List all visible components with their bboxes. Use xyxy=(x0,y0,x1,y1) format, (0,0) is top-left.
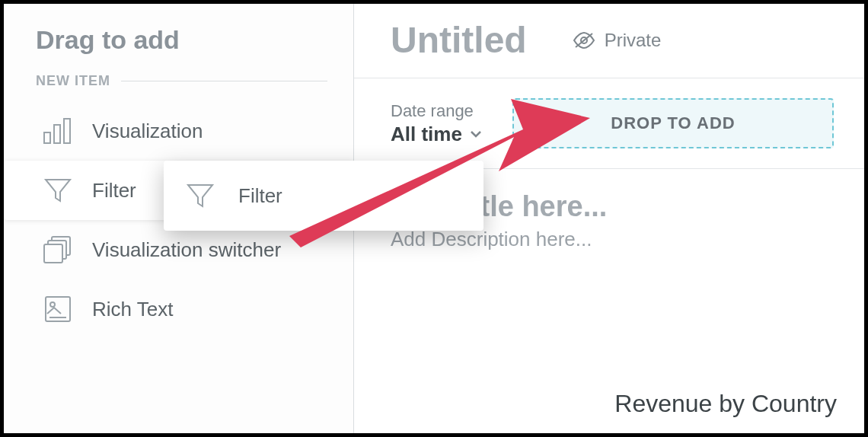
description-placeholder[interactable]: Add Description here... xyxy=(391,228,834,251)
header: Untitled Private xyxy=(354,4,864,78)
sidebar-title: Drag to add xyxy=(4,25,353,69)
sidebar-item-label: Visualization switcher xyxy=(92,238,281,262)
chevron-down-icon xyxy=(470,129,482,139)
funnel-icon xyxy=(185,180,220,211)
chart-title: Revenue by Country xyxy=(614,390,837,418)
image-text-icon xyxy=(40,293,75,325)
svg-point-7 xyxy=(50,302,55,307)
svg-rect-0 xyxy=(44,132,50,143)
eye-off-icon xyxy=(573,32,595,49)
sidebar-section-header: NEW ITEM xyxy=(4,69,353,101)
divider xyxy=(121,81,327,81)
page-title[interactable]: Untitled xyxy=(391,19,527,61)
drag-ghost-filter: Filter xyxy=(164,161,483,231)
bar-chart-icon xyxy=(40,115,75,147)
date-range-value: All time xyxy=(391,123,482,146)
privacy-label: Private xyxy=(605,30,662,51)
date-range-label: Date range xyxy=(391,101,482,121)
sidebar-item-label: Visualization xyxy=(92,120,203,143)
drag-ghost-label: Filter xyxy=(238,184,282,208)
filter-dropzone[interactable]: DROP TO ADD xyxy=(512,98,834,148)
svg-rect-5 xyxy=(44,244,62,263)
svg-rect-1 xyxy=(54,125,60,143)
date-range-text: All time xyxy=(391,123,462,146)
sidebar-item-rich-text[interactable]: Rich Text xyxy=(4,279,353,339)
svg-rect-2 xyxy=(64,119,70,143)
sidebar-item-label: Filter xyxy=(92,179,136,203)
sidebar-item-visualization[interactable]: Visualization xyxy=(4,101,353,161)
stack-icon xyxy=(40,234,75,266)
controls-row: Date range All time DROP TO ADD xyxy=(354,78,864,169)
date-range-selector[interactable]: Date range All time xyxy=(391,101,482,146)
section-label: NEW ITEM xyxy=(36,73,110,89)
funnel-icon xyxy=(40,174,75,206)
privacy-indicator[interactable]: Private xyxy=(573,30,662,51)
sidebar-item-label: Rich Text xyxy=(92,298,173,321)
